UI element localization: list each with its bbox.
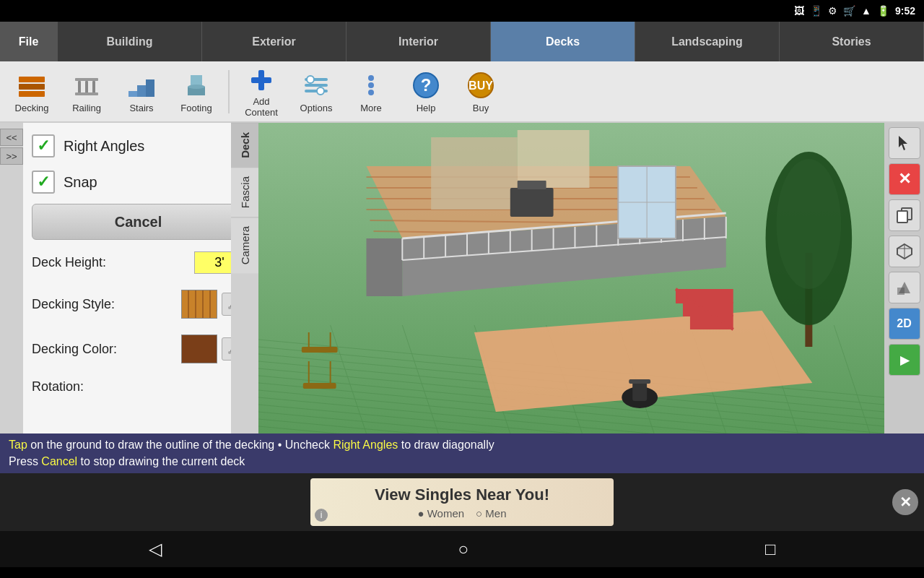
tab-stories[interactable]: Stories — [780, 22, 924, 61]
svg-rect-102 — [303, 383, 336, 389]
ad-content: View Singles Near You! ● Women ○ Men i — [310, 478, 614, 526]
toolbar-divider-1 — [228, 70, 230, 113]
rotation-label: Rotation: — [32, 379, 84, 394]
ad-info-btn[interactable]: i — [315, 509, 328, 522]
delete-tool-btn[interactable]: ✕ — [889, 163, 920, 195]
android-home-btn[interactable]: ○ — [458, 539, 469, 559]
svg-rect-8 — [128, 91, 137, 97]
main-wrapper: << >> ✓ Right Angles ✓ — [0, 123, 924, 567]
cancel-highlight: Cancel — [41, 455, 77, 467]
ad-option-women: ● Women — [417, 507, 464, 519]
svg-rect-63 — [518, 130, 590, 188]
ad-close-btn[interactable]: ✕ — [892, 489, 918, 515]
decking-style-swatch[interactable] — [181, 290, 217, 319]
left-panel: ✓ Right Angles ✓ Snap Cancel De — [23, 123, 254, 434]
right-angles-checkbox[interactable]: ✓ — [32, 134, 55, 158]
3d-canvas — [258, 123, 884, 434]
tool-options[interactable]: Options — [290, 64, 342, 118]
instruction-text-1: on the ground to draw the outline of the… — [30, 439, 333, 451]
app-icon: 🛒 — [843, 5, 855, 17]
tool-help[interactable]: ? Help — [400, 64, 452, 118]
3dbox-tool-btn[interactable] — [889, 236, 920, 267]
railing-icon — [71, 69, 103, 101]
ad-banner: View Singles Near You! ● Women ○ Men i ✕ — [0, 473, 924, 531]
svg-rect-86 — [683, 302, 733, 316]
right-angles-label: Right Angles — [64, 138, 144, 155]
cancel-button[interactable]: Cancel — [32, 204, 245, 240]
decking-style-label: Decking Style: — [32, 297, 115, 312]
svg-rect-97 — [302, 347, 338, 353]
svg-rect-1 — [19, 84, 45, 90]
2d-tool-btn[interactable]: 2D — [889, 308, 920, 340]
toolbar: Decking Railing Stairs — [0, 61, 924, 123]
tap-highlight: Tap — [9, 439, 27, 451]
settings-icon: ⚙ — [828, 5, 837, 17]
decking-color-swatch[interactable] — [181, 335, 217, 363]
more-icon — [355, 69, 387, 101]
instruction-bar: Tap on the ground to draw the outline of… — [0, 434, 924, 473]
left-col: << >> ✓ Right Angles ✓ — [0, 123, 231, 434]
snap-row: ✓ Snap — [32, 168, 245, 197]
svg-point-19 — [307, 76, 314, 83]
decking-label: Decking — [15, 103, 49, 113]
tab-file[interactable]: File — [0, 22, 58, 61]
cursor-tool-btn[interactable] — [889, 127, 920, 159]
side-tab-fascia[interactable]: Fascia — [231, 167, 258, 217]
tab-landscaping[interactable]: Landscaping — [635, 22, 780, 61]
svg-rect-9 — [137, 85, 146, 97]
instruction-text-3: to stop drawing the current deck — [81, 455, 245, 467]
tool-add-content[interactable]: Add Content — [235, 64, 287, 118]
shape-tool-btn[interactable] — [889, 272, 920, 303]
android-recent-btn[interactable]: □ — [765, 539, 776, 559]
tab-decks[interactable]: Decks — [491, 22, 635, 61]
svg-rect-0 — [19, 77, 45, 82]
svg-point-22 — [368, 82, 374, 88]
tab-bar: File Building Exterior Interior Decks La… — [0, 22, 924, 61]
snap-label: Snap — [64, 174, 97, 191]
ad-headline: View Singles Near You! — [375, 486, 549, 504]
deck-height-row: Deck Height: 3' — [32, 247, 245, 278]
buy-label: Buy — [473, 103, 489, 113]
svg-marker-60 — [366, 238, 402, 296]
svg-text:?: ? — [421, 75, 432, 95]
svg-rect-15 — [251, 77, 271, 83]
side-tab-deck[interactable]: Deck — [231, 123, 258, 167]
phone-icon: 📱 — [810, 5, 822, 17]
help-icon: ? — [410, 69, 442, 101]
tool-more[interactable]: More — [345, 64, 397, 118]
svg-rect-17 — [305, 84, 328, 87]
green-action-btn[interactable]: ▶ — [889, 344, 920, 376]
snap-checkbox[interactable]: ✓ — [32, 171, 55, 194]
options-label: Options — [300, 103, 333, 113]
tab-building[interactable]: Building — [58, 22, 202, 61]
battery-icon: 🔋 — [877, 5, 889, 17]
svg-point-20 — [317, 87, 324, 95]
svg-rect-91 — [629, 379, 650, 384]
svg-rect-110 — [897, 288, 905, 295]
tab-interior[interactable]: Interior — [346, 22, 491, 61]
svg-rect-5 — [85, 81, 88, 94]
nav-back-btn[interactable]: << — [0, 129, 23, 146]
copy-tool-btn[interactable] — [889, 199, 920, 231]
stairs-icon — [126, 69, 157, 101]
decking-color-row: Decking Color: — [32, 330, 245, 368]
svg-rect-105 — [897, 211, 907, 223]
tool-railing[interactable]: Railing — [61, 64, 113, 118]
buy-icon: BUY — [465, 69, 497, 101]
right-angles-checkmark: ✓ — [37, 137, 50, 155]
tool-footing[interactable]: Footing — [170, 64, 222, 118]
tool-decking[interactable]: Decking — [6, 64, 58, 118]
ad-options: ● Women ○ Men — [417, 507, 506, 519]
android-back-btn[interactable]: ◁ — [149, 539, 162, 559]
tool-buy[interactable]: BUY Buy — [455, 64, 507, 118]
notification-icon: 🖼 — [794, 5, 804, 17]
svg-rect-10 — [146, 79, 154, 97]
svg-rect-93 — [518, 181, 546, 189]
tab-exterior[interactable]: Exterior — [202, 22, 346, 61]
tool-stairs[interactable]: Stairs — [116, 64, 167, 118]
status-bar: 🖼 📱 ⚙ 🛒 ▲ 🔋 9:52 — [0, 0, 924, 22]
side-tab-camera[interactable]: Camera — [231, 217, 258, 273]
nav-forward-btn[interactable]: >> — [0, 147, 23, 165]
nav-arrows: << >> — [0, 123, 23, 434]
3d-view[interactable] — [258, 123, 884, 434]
